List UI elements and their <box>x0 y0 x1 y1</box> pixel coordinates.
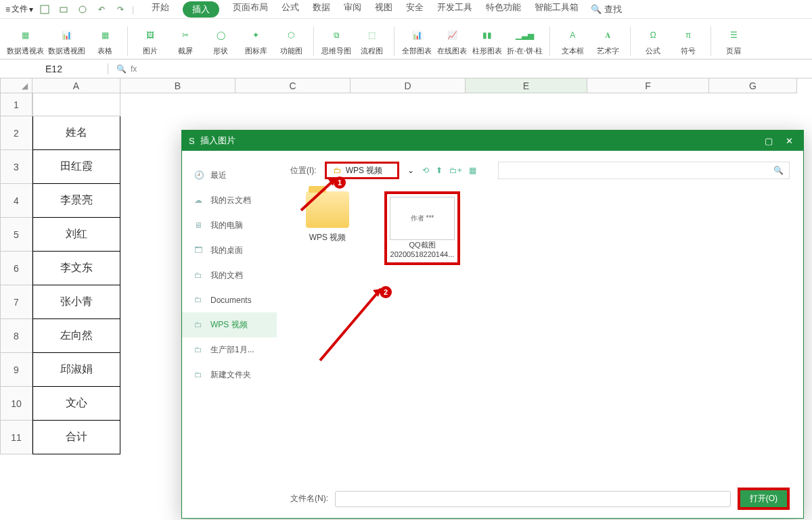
ribbon-pivot-chart[interactable]: 📊数据透视图 <box>48 22 85 56</box>
ribbon-shapes[interactable]: ◯形状 <box>205 22 236 56</box>
row-header[interactable]: 10 <box>0 387 32 421</box>
ribbon-equation[interactable]: Ω公式 <box>637 22 669 56</box>
tab-smart-tools[interactable]: 智能工具箱 <box>535 1 579 18</box>
cell[interactable]: 张小青 <box>32 285 120 319</box>
chevron-down-icon[interactable]: ⌄ <box>407 166 414 175</box>
name-box[interactable]: E12 <box>0 64 108 74</box>
ribbon-icon-lib[interactable]: ✦图标库 <box>240 22 271 56</box>
ribbon-mindmap[interactable]: ⧉思维导图 <box>321 22 352 56</box>
row-header[interactable]: 11 <box>0 421 32 454</box>
print-icon[interactable] <box>56 2 71 17</box>
redo-icon[interactable]: ↷ <box>113 2 128 17</box>
ribbon-table[interactable]: ▦表格 <box>89 22 120 56</box>
col-header-G[interactable]: G <box>709 78 797 93</box>
insert-picture-dialog: S 插入图片 ▢ ✕ 🕘最近 ☁我的云文档 🖥我的电脑 🗔我的桌面 🗀我的文档 … <box>181 130 804 519</box>
col-header-C[interactable]: C <box>235 78 351 93</box>
minimize-icon[interactable]: ▢ <box>761 133 776 148</box>
sidebar-item-wps-video[interactable]: 🗀WPS 视频 <box>182 312 277 337</box>
cell[interactable]: 合计 <box>32 421 120 454</box>
cell[interactable] <box>120 93 812 116</box>
ribbon-header[interactable]: ☰页眉 <box>718 22 749 56</box>
row-header[interactable]: 7 <box>0 285 32 319</box>
col-header-D[interactable]: D <box>351 78 466 93</box>
close-icon[interactable]: ✕ <box>782 133 796 148</box>
tab-formula[interactable]: 公式 <box>281 1 299 18</box>
folder-icon: 🗀 <box>194 320 205 331</box>
tab-start[interactable]: 开始 <box>152 1 169 18</box>
file-menu[interactable]: ≡ 文件 ▾ <box>5 3 33 15</box>
row-header[interactable]: 9 <box>0 353 32 387</box>
tab-data[interactable]: 数据 <box>313 1 330 18</box>
file-item-image[interactable]: 作者 *** QQ截图 20200518220144... <box>385 191 459 265</box>
tab-view[interactable]: 视图 <box>375 1 392 18</box>
location-value: WPS 视频 <box>346 165 383 176</box>
menu-search[interactable]: 🔍 查找 <box>591 3 622 16</box>
sidebar-item-documents2[interactable]: 🗀Documents <box>182 288 277 312</box>
new-folder-icon[interactable]: 🗀+ <box>449 166 462 175</box>
cell[interactable]: 李景亮 <box>32 184 120 218</box>
sidebar-item-newfolder[interactable]: 🗀新建文件夹 <box>182 362 277 387</box>
ribbon-column-chart[interactable]: ▮▮柱形图表 <box>472 22 503 56</box>
tab-page-layout[interactable]: 页面布局 <box>233 1 268 18</box>
sidebar-item-production[interactable]: 🗀生产部1月... <box>182 337 277 362</box>
ribbon-pivot-table[interactable]: ▦数据透视表 <box>7 22 44 56</box>
row-header[interactable]: 8 <box>0 319 32 353</box>
cell[interactable]: 邱淑娟 <box>32 353 120 387</box>
cell[interactable]: 文心 <box>32 387 120 421</box>
ribbon-screenshot[interactable]: ✂截屏 <box>170 22 201 56</box>
ribbon-online-charts[interactable]: 📈在线图表 <box>436 22 468 56</box>
dropdown-icon: ▾ <box>29 5 33 14</box>
location-label: 位置(I): <box>290 165 317 176</box>
folder-icon: 🗀 <box>194 370 205 381</box>
cell[interactable]: 左向然 <box>32 319 120 353</box>
cell[interactable]: 姓名 <box>32 116 120 150</box>
col-header-E[interactable]: E <box>466 78 587 93</box>
cell[interactable]: 田红霞 <box>32 150 120 184</box>
sidebar-item-recent[interactable]: 🕘最近 <box>182 163 277 188</box>
corner-cell[interactable]: ◢ <box>0 78 32 93</box>
row-header[interactable]: 2 <box>0 116 32 150</box>
row-header[interactable]: 4 <box>0 184 32 218</box>
up-icon[interactable]: ⬆ <box>436 166 443 175</box>
col-header-F[interactable]: F <box>587 78 709 93</box>
fx-area[interactable]: 🔍 fx <box>108 64 145 74</box>
ribbon-wordart[interactable]: 𝐀艺术字 <box>592 22 623 56</box>
cell[interactable]: 李文东 <box>32 252 120 285</box>
col-header-B[interactable]: B <box>120 78 235 93</box>
dialog-search-input[interactable]: 🔍 <box>498 162 790 179</box>
ribbon-textbox[interactable]: A文本框 <box>557 22 588 56</box>
ribbon-picture[interactable]: 🖼图片 <box>135 22 166 56</box>
save-icon[interactable] <box>37 2 52 17</box>
tab-insert[interactable]: 插入 <box>183 1 219 18</box>
cell[interactable]: 刘红 <box>32 218 120 252</box>
tab-devtools[interactable]: 开发工具 <box>437 1 472 18</box>
sidebar-item-cloud[interactable]: ☁我的云文档 <box>182 188 277 213</box>
folder-icon: 🗀 <box>334 166 342 175</box>
ribbon-mini-charts[interactable]: ▁▃▅折·在·饼·柱 <box>507 22 543 56</box>
ribbon-all-charts[interactable]: 📊全部图表 <box>401 22 432 56</box>
tab-security[interactable]: 安全 <box>406 1 424 18</box>
view-icon[interactable]: ▦ <box>469 166 476 175</box>
ribbon-symbol[interactable]: π符号 <box>673 22 704 56</box>
sidebar-item-computer[interactable]: 🖥我的电脑 <box>182 213 277 238</box>
ribbon-flowchart[interactable]: ⬚流程图 <box>356 22 387 56</box>
cell[interactable] <box>32 93 120 116</box>
tab-features[interactable]: 特色功能 <box>486 1 521 18</box>
app-logo-icon: S <box>189 136 195 146</box>
col-header-A[interactable]: A <box>32 78 120 93</box>
top-menu-bar: ≡ 文件 ▾ ↶ ↷ | 开始 插入 页面布局 公式 数据 审阅 视图 安全 开… <box>0 0 812 19</box>
ribbon-smartart[interactable]: ⬡功能图 <box>275 22 307 56</box>
tab-review[interactable]: 审阅 <box>344 1 361 18</box>
preview-icon[interactable] <box>75 2 90 17</box>
undo-icon[interactable]: ↶ <box>94 2 109 17</box>
row-header[interactable]: 5 <box>0 218 32 252</box>
row-header[interactable]: 1 <box>0 93 32 116</box>
dialog-titlebar[interactable]: S 插入图片 ▢ ✕ <box>182 131 803 151</box>
sidebar-item-documents[interactable]: 🗀我的文档 <box>182 263 277 288</box>
sidebar-item-desktop[interactable]: 🗔我的桌面 <box>182 238 277 263</box>
row-header[interactable]: 3 <box>0 150 32 184</box>
row-header[interactable]: 6 <box>0 252 32 285</box>
back-icon[interactable]: ⟲ <box>422 166 429 175</box>
open-button[interactable]: 打开(O) <box>738 488 790 510</box>
filename-input[interactable] <box>335 491 731 507</box>
